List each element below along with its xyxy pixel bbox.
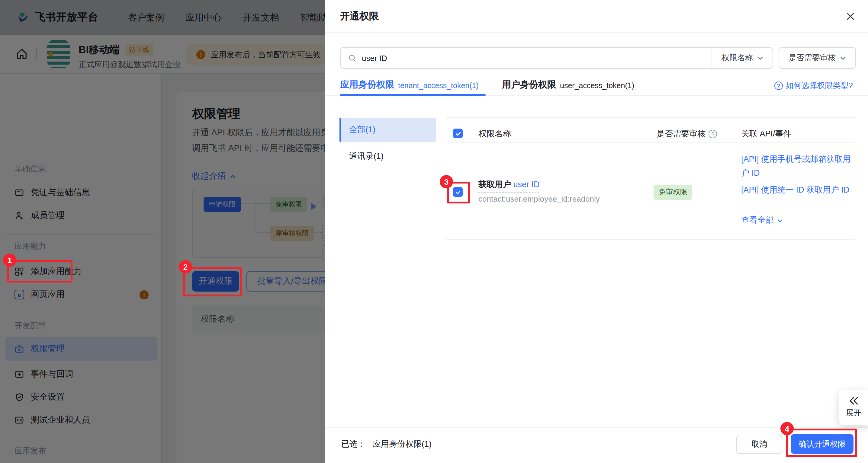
close-icon[interactable]	[846, 11, 855, 21]
help-permission-type-link[interactable]: ? 如何选择权限类型?	[774, 80, 853, 91]
annotation-box-step2	[183, 267, 242, 296]
expand-panel[interactable]: 展开	[839, 390, 868, 425]
tab-tenant-permissions[interactable]: 应用身份权限 tenant_access_token(1)	[340, 79, 479, 91]
column-header-api: 关联 API/事件	[741, 129, 792, 139]
double-chevron-left-icon	[848, 395, 859, 406]
active-tab-indicator	[340, 94, 486, 96]
annotation-box-step1	[7, 260, 72, 283]
api-link-union-id[interactable]: [API] 使用统一 ID 获取用户 ID	[741, 183, 857, 197]
cancel-button[interactable]: 取消	[736, 435, 782, 454]
filter-permission-name-dropdown[interactable]: 权限名称	[712, 48, 773, 68]
question-circle-icon: ?	[774, 81, 783, 90]
permission-row-name: 获取用户 user ID	[478, 179, 540, 193]
divider	[325, 32, 868, 33]
annotation-badge-step3: 3	[440, 175, 453, 188]
app-root: 飞书开放平台 客户案例 应用中心 开发文档 智能助手 BI移动端 待上线 正式应…	[0, 0, 868, 463]
annotation-box-step4	[786, 429, 857, 457]
divider	[446, 142, 855, 143]
chevron-down-icon	[777, 217, 783, 224]
question-circle-icon[interactable]: ?	[709, 130, 717, 138]
chevron-down-icon	[756, 55, 763, 61]
view-all-link[interactable]: 查看全部	[741, 215, 783, 226]
permission-scope: contact:user.employee_id:readonly	[478, 194, 600, 203]
subnav-item-contacts[interactable]: 通讯录(1)	[349, 151, 383, 162]
filter-review-dropdown[interactable]: 是否需要审核	[779, 47, 856, 69]
expand-label: 展开	[846, 408, 861, 418]
column-header-review: 是否需要审核 ?	[657, 129, 717, 139]
modal-title: 开通权限	[340, 0, 379, 32]
column-header-name: 权限名称	[478, 129, 511, 139]
divider	[446, 239, 855, 240]
tab-user-permissions[interactable]: 用户身份权限 user_access_token(1)	[502, 79, 634, 91]
user-id-link[interactable]: user ID	[514, 180, 540, 189]
annotation-badge-step4: 4	[780, 422, 794, 435]
search-icon	[348, 54, 357, 63]
annotation-badge-step1: 1	[3, 254, 16, 267]
chevron-down-icon	[839, 55, 846, 61]
annotation-badge-step2: 2	[179, 260, 192, 273]
search-input[interactable]	[362, 54, 712, 63]
open-permission-modal: 开通权限 权限名称 是否需要审核 应用身份权限 tenant_access_to…	[325, 0, 868, 463]
select-all-checkbox[interactable]	[453, 129, 463, 138]
no-review-tag: 免审权限	[654, 185, 692, 200]
selected-label: 已选：	[341, 439, 366, 450]
divider	[446, 117, 855, 118]
api-link-phone-email[interactable]: [API] 使用手机号或邮箱获取用户 ID	[741, 152, 857, 180]
subnav-item-all[interactable]: 全部(1)	[339, 118, 436, 142]
selected-value: 应用身份权限(1)	[373, 439, 432, 450]
search-group: 权限名称	[340, 47, 773, 69]
